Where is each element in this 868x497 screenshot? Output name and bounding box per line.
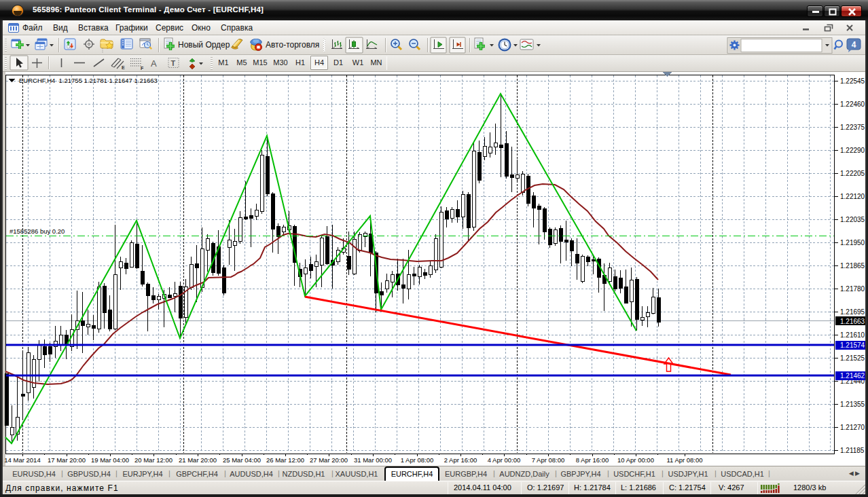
svg-text:1.22375: 1.22375 bbox=[840, 124, 865, 131]
svg-text:1.21574: 1.21574 bbox=[840, 342, 865, 349]
svg-text:1.21185: 1.21185 bbox=[840, 447, 865, 454]
svg-text:1.22120: 1.22120 bbox=[840, 193, 865, 200]
svg-text:E: E bbox=[122, 65, 125, 70]
svg-text:1.21525: 1.21525 bbox=[840, 354, 865, 362]
svg-text:1.22035: 1.22035 bbox=[840, 216, 865, 223]
svg-text:1.22205: 1.22205 bbox=[840, 170, 865, 177]
svg-text:11 Apr 08:00: 11 Apr 08:00 bbox=[666, 456, 702, 464]
svg-text:1.21270: 1.21270 bbox=[840, 424, 865, 431]
svg-text:1.21780: 1.21780 bbox=[840, 285, 865, 293]
svg-text:8 Apr 16:00: 8 Apr 16:00 bbox=[576, 456, 609, 464]
svg-text:1.21865: 1.21865 bbox=[840, 262, 865, 270]
svg-text:#1585286 buy 0.20: #1585286 buy 0.20 bbox=[10, 227, 65, 235]
svg-text:17 Mar 20:00: 17 Mar 20:00 bbox=[48, 456, 86, 464]
svg-text:10 Apr 00:00: 10 Apr 00:00 bbox=[617, 456, 654, 464]
svg-text:1.22460: 1.22460 bbox=[840, 100, 865, 108]
svg-text:21 Mar 20:00: 21 Mar 20:00 bbox=[179, 456, 217, 464]
svg-text:F: F bbox=[141, 66, 144, 71]
svg-text:1 Apr 08:00: 1 Apr 08:00 bbox=[401, 456, 434, 464]
svg-text:19 Mar 04:00: 19 Mar 04:00 bbox=[91, 456, 129, 464]
svg-text:14 Mar 2014: 14 Mar 2014 bbox=[4, 456, 40, 464]
svg-text:25 Mar 04:00: 25 Mar 04:00 bbox=[223, 456, 261, 464]
svg-text:A: A bbox=[151, 58, 157, 69]
svg-text:1.21950: 1.21950 bbox=[840, 239, 865, 246]
svg-text:4: 4 bbox=[852, 40, 856, 50]
svg-text:1.21663: 1.21663 bbox=[840, 318, 865, 325]
svg-text:31 Mar 00:00: 31 Mar 00:00 bbox=[354, 456, 392, 464]
svg-text:1.21462: 1.21462 bbox=[840, 372, 865, 380]
svg-text:1.22290: 1.22290 bbox=[840, 147, 865, 154]
svg-text:T: T bbox=[171, 59, 176, 67]
svg-text:26 Mar 12:00: 26 Mar 12:00 bbox=[266, 456, 304, 464]
svg-text:20 Mar 12:00: 20 Mar 12:00 bbox=[134, 456, 173, 464]
svg-text:EURCHF,H4 1.21755 1.21781 1.2: EURCHF,H4 1.21755 1.21781 1.21647 1.2166… bbox=[19, 77, 158, 84]
svg-text:27 Mar 20:00: 27 Mar 20:00 bbox=[310, 456, 348, 464]
svg-text:1.21610: 1.21610 bbox=[840, 331, 865, 339]
svg-text:1.21695: 1.21695 bbox=[840, 308, 865, 316]
svg-text:1.22545: 1.22545 bbox=[840, 77, 865, 85]
svg-text:4 Apr 00:00: 4 Apr 00:00 bbox=[488, 456, 521, 464]
svg-text:1.21355: 1.21355 bbox=[840, 401, 865, 408]
svg-text:7 Apr 08:00: 7 Apr 08:00 bbox=[532, 456, 565, 464]
svg-text:2 Apr 16:00: 2 Apr 16:00 bbox=[444, 456, 477, 464]
